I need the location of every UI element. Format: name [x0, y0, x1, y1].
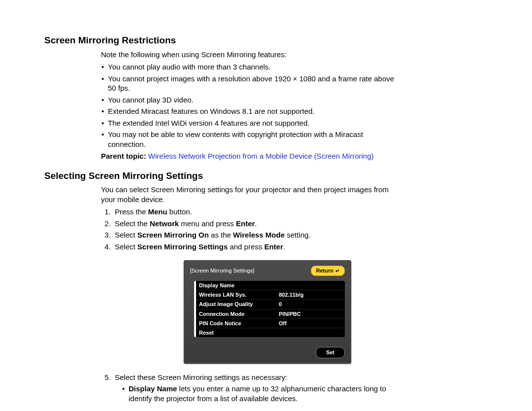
step-item: Press the Menu button. — [113, 207, 399, 217]
step-text: menu and press — [179, 219, 236, 228]
step-text: Select these Screen Mirroring settings a… — [115, 373, 287, 381]
step-text: . — [283, 242, 285, 251]
osd-row-value: 802.11b/g — [276, 290, 306, 299]
osd-row-label: Display Name — [196, 281, 276, 290]
list-item: You cannot project images with a resolut… — [101, 74, 399, 93]
step-bold: Wireless Mode — [233, 231, 285, 239]
settings-steps: Press the Menu button. Select the Networ… — [101, 207, 399, 403]
osd-row[interactable]: PIN Code Notice Off — [196, 319, 345, 328]
step-bold: Menu — [148, 207, 167, 216]
step-bold: Enter — [236, 219, 255, 228]
list-item: Extended Miracast features on Windows 8.… — [101, 106, 399, 116]
step-text: and press — [228, 242, 264, 251]
step-text: setting. — [285, 231, 311, 239]
osd-row-label: Connection Mode — [196, 309, 276, 318]
osd-row-value — [276, 328, 282, 337]
restrictions-list: You cannot play audio with more than 3 c… — [101, 62, 399, 149]
step-text: Select the — [115, 219, 150, 228]
osd-row-label: PIN Code Notice — [196, 319, 276, 328]
parent-topic-link[interactable]: Wireless Network Projection from a Mobil… — [148, 152, 374, 160]
restrictions-intro: Note the following when using Screen Mir… — [101, 50, 399, 60]
osd-rows: Display Name Wireless LAN Sys. 802.11b/g… — [194, 281, 345, 338]
list-item: You cannot play audio with more than 3 c… — [101, 62, 399, 72]
osd-row[interactable]: Connection Mode PIN/PBC — [196, 309, 345, 319]
heading-settings: Selecting Screen Mirroring Settings — [44, 170, 399, 182]
heading-restrictions: Screen Mirroring Restrictions — [44, 34, 399, 47]
step-text: . — [255, 219, 257, 228]
step-item: Select these Screen Mirroring settings a… — [113, 373, 399, 404]
osd-return-label: Return — [316, 267, 333, 274]
step-text: Select — [115, 231, 137, 239]
step-bold: Enter — [264, 242, 283, 251]
return-arrow-icon: ↵ — [335, 268, 339, 274]
step-item: Select Screen Mirroring Settings and pre… — [113, 242, 399, 364]
osd-row-value: PIN/PBC — [276, 309, 304, 318]
osd-set-button[interactable]: Set — [316, 347, 345, 358]
step-bold: Screen Mirroring On — [137, 231, 209, 239]
osd-row[interactable]: Wireless LAN Sys. 802.11b/g — [196, 290, 345, 300]
list-item: The extended Intel WiDi version 4 featur… — [101, 118, 399, 128]
osd-row-value — [276, 281, 282, 290]
step-text: as the — [209, 231, 233, 239]
step-bold: Network — [150, 219, 179, 228]
sub-bold: Display Name — [129, 384, 177, 393]
osd-row-value: Off — [276, 319, 290, 328]
list-item: Display Name lets you enter a name up to… — [122, 384, 399, 403]
osd-row-label: Wireless LAN Sys. — [196, 290, 276, 299]
osd-row-label: Adjust Image Quality — [196, 300, 276, 308]
parent-topic: Parent topic: Wireless Network Projectio… — [101, 151, 399, 161]
list-item: You may not be able to view contents wit… — [101, 130, 399, 149]
settings-intro: You can select Screen Mirroring settings… — [101, 185, 399, 204]
step-text: Select — [115, 242, 137, 251]
parent-topic-label: Parent topic: — [101, 152, 146, 160]
osd-return-button[interactable]: Return ↵ — [311, 266, 345, 275]
osd-row[interactable]: Reset — [196, 328, 345, 337]
osd-row[interactable]: Display Name — [196, 281, 345, 290]
osd-title: [Screen Mirroring Settings] — [190, 267, 254, 274]
osd-row-value: 0 — [276, 300, 285, 308]
osd-row[interactable]: Adjust Image Quality 0 — [196, 300, 345, 309]
step-bold: Screen Mirroring Settings — [137, 242, 228, 251]
osd-menu: [Screen Mirroring Settings] Return ↵ Dis… — [184, 260, 351, 363]
step-item: Select the Network menu and press Enter. — [113, 219, 399, 229]
list-item: You cannot play 3D video. — [101, 95, 399, 105]
step-text: Press the — [115, 207, 148, 216]
osd-row-label: Reset — [196, 328, 276, 337]
step-item: Select Screen Mirroring On as the Wirele… — [113, 230, 399, 240]
step-text: button. — [167, 207, 192, 216]
